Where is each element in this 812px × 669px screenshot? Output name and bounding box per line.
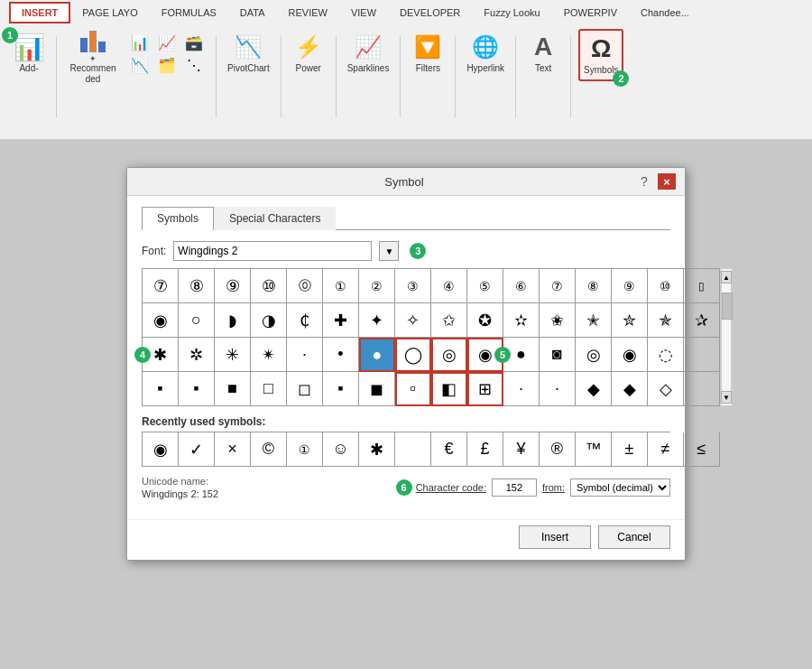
sym-cell[interactable]: ✮ [612, 303, 648, 338]
sym-cell[interactable]: ⑧ [179, 269, 215, 303]
sym-cell[interactable]: ✚ [323, 303, 359, 338]
sym-cell[interactable]: ◉ [143, 303, 179, 338]
sym-cell[interactable]: ⑥ [503, 269, 540, 303]
power-button[interactable]: ⚡ Power [289, 29, 328, 78]
recent-cell[interactable]: € [431, 432, 467, 467]
tab-review[interactable]: REVIEW [277, 3, 339, 23]
close-button[interactable]: × [658, 173, 676, 190]
symbols-button[interactable]: Ω Symbols 2 [578, 29, 623, 81]
sym-cell[interactable]: ⑦ [540, 269, 576, 303]
recommended-charts-button[interactable]: ✦ Recommended [64, 29, 122, 88]
sym-cell[interactable]: ⓪ [287, 269, 323, 303]
sym-cell[interactable]: ✳ [215, 338, 251, 372]
sym-cell[interactable]: ○ [179, 303, 215, 338]
recent-cell[interactable]: ® [540, 432, 576, 467]
tab-fuzzy[interactable]: Fuzzy Looku [472, 3, 551, 23]
recent-cell[interactable]: ✱ [359, 432, 395, 467]
sym-cell[interactable]: · [503, 372, 540, 406]
font-dropdown-button[interactable]: ▼ [379, 241, 399, 261]
recent-cell[interactable]: ✓ [179, 432, 215, 467]
recent-cell[interactable]: ◉ [143, 432, 179, 467]
recent-cell[interactable]: £ [467, 432, 503, 467]
tab-data[interactable]: DATA [228, 3, 277, 23]
sym-cell-outline[interactable]: ▫ [395, 372, 431, 406]
sparklines-button[interactable]: 📈 Sparklines [344, 29, 393, 78]
sym-cell-outline[interactable]: ◯ [395, 338, 431, 372]
cancel-button[interactable]: Cancel [598, 525, 670, 549]
sym-cell[interactable]: ✭ [576, 303, 612, 338]
scrollbar-up-button[interactable]: ▲ [721, 271, 732, 283]
sym-cell[interactable]: ◉ [612, 338, 648, 372]
sym-cell[interactable]: ✫ [503, 303, 540, 338]
charcode-input[interactable] [492, 479, 537, 497]
text-button[interactable]: A Text [523, 29, 563, 78]
sym-cell[interactable]: · [287, 338, 323, 372]
recent-cell[interactable]: ± [612, 432, 648, 467]
sym-cell[interactable]: ◗ [215, 303, 251, 338]
sym-cell[interactable]: ▯ [684, 269, 720, 303]
sym-cell[interactable]: ✩ [431, 303, 467, 338]
tab-symbols[interactable]: Symbols [142, 207, 214, 230]
sym-cell[interactable]: ◆ [576, 372, 612, 406]
sym-cell[interactable]: ✲ [179, 338, 215, 372]
bar-chart-btn[interactable]: 📉 [127, 55, 152, 76]
insert-button[interactable]: Insert [519, 525, 591, 549]
sym-cell-outline[interactable]: ◧ [431, 372, 467, 406]
sym-cell[interactable]: ② [359, 269, 395, 303]
font-input[interactable] [173, 241, 372, 261]
sym-cell[interactable]: ₵ [287, 303, 323, 338]
sym-cell[interactable]: ▪ [179, 372, 215, 406]
sym-cell[interactable]: • [323, 338, 359, 372]
recent-cell[interactable]: ≠ [648, 432, 684, 467]
recent-cell[interactable]: × [215, 432, 251, 467]
sym-cell-outline[interactable]: ◎ [431, 338, 467, 372]
recent-cell[interactable]: ≤ [684, 432, 720, 467]
sym-cell[interactable]: ⑩ [251, 269, 287, 303]
tab-insert[interactable]: INSERT [9, 2, 70, 23]
scrollbar-down-button[interactable]: ▼ [721, 391, 732, 404]
symbol-grid-scrollbar[interactable]: ▲ ▼ [720, 268, 733, 406]
recent-cell[interactable]: ☺ [323, 432, 359, 467]
tab-view[interactable]: VIEW [339, 3, 388, 23]
sym-cell[interactable]: ◑ [251, 303, 287, 338]
pivot-chart-button[interactable]: 📉 PivotChart [224, 29, 273, 78]
tab-special-characters[interactable]: Special Characters [214, 207, 336, 230]
sym-cell[interactable]: ✦ [359, 303, 395, 338]
sym-cell[interactable]: □ [251, 372, 287, 406]
sym-cell[interactable]: ▪ [143, 372, 179, 406]
sym-cell[interactable]: ⑩ [648, 269, 684, 303]
recent-cell[interactable]: © [251, 432, 287, 467]
tab-developer[interactable]: DEVELOPER [388, 3, 472, 23]
sym-cell[interactable]: ✰ [684, 303, 720, 338]
sym-cell[interactable]: ◆ [612, 372, 648, 406]
sym-cell[interactable]: ◌ [648, 338, 684, 372]
tab-page-layout[interactable]: PAGE LAYO [70, 3, 149, 23]
sym-cell[interactable] [684, 338, 720, 372]
sym-cell[interactable]: ⑧ [576, 269, 612, 303]
area-chart-btn[interactable]: 🗂️ [154, 55, 180, 76]
sym-cell[interactable]: ④ [431, 269, 467, 303]
sym-cell[interactable]: ▪ [323, 372, 359, 406]
tab-user[interactable]: Chandee... [629, 3, 701, 23]
sym-cell[interactable]: ✱ 4 [143, 338, 179, 372]
sym-cell[interactable]: ✬ [540, 303, 576, 338]
sym-cell-selected[interactable]: ● [359, 338, 395, 372]
tab-powerpiv[interactable]: POWERPIV [552, 3, 629, 23]
sym-cell-outline[interactable]: ⊞ [467, 372, 503, 406]
sym-cell[interactable]: ⑨ [215, 269, 251, 303]
sym-cell[interactable] [684, 372, 720, 406]
sym-cell[interactable]: ✧ [395, 303, 431, 338]
sym-cell[interactable]: ⑦ [143, 269, 179, 303]
recent-cell[interactable]: ¥ [503, 432, 540, 467]
pie-chart-btn[interactable]: 🗃️ [181, 33, 207, 53]
sym-cell[interactable]: ③ [395, 269, 431, 303]
sym-cell[interactable]: ⑨ [612, 269, 648, 303]
recent-cell[interactable]: ™ [576, 432, 612, 467]
sym-cell[interactable]: ◇ [648, 372, 684, 406]
sym-cell[interactable]: · [540, 372, 576, 406]
sym-cell[interactable]: ① [323, 269, 359, 303]
sym-cell[interactable]: ✴ [251, 338, 287, 372]
scrollbar-thumb[interactable] [722, 293, 733, 320]
help-button[interactable]: ? [636, 173, 652, 190]
sym-cell[interactable]: ⑤ [467, 269, 503, 303]
